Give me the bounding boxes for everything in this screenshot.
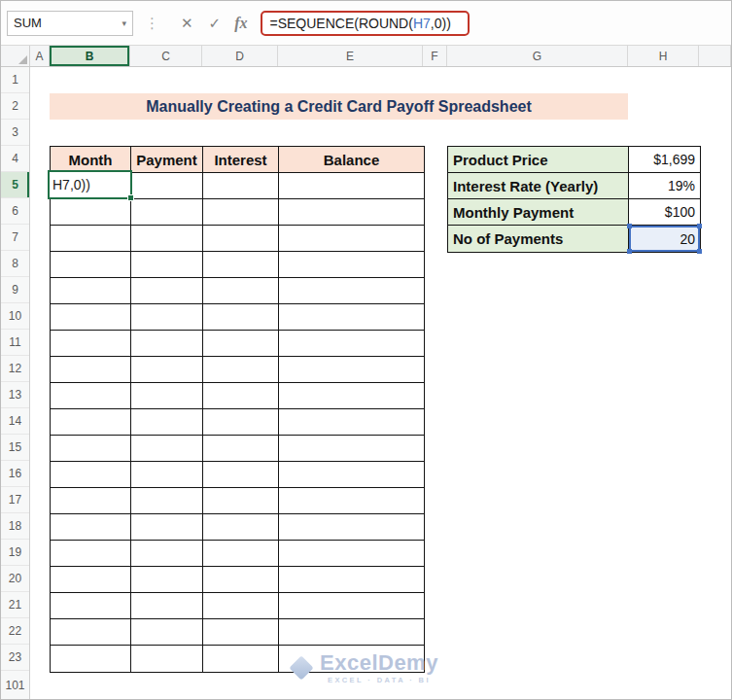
payoff-empty-cell[interactable] [51,646,131,672]
payoff-empty-cell[interactable] [203,488,279,514]
column-header-a[interactable]: A [30,46,50,66]
label-interest-rate[interactable]: Interest Rate (Yearly) [448,173,629,199]
payoff-empty-cell[interactable] [279,383,424,409]
row-header-9[interactable]: 9 [1,277,29,303]
payoff-empty-cell[interactable] [203,619,279,646]
payoff-empty-cell[interactable] [203,304,279,331]
payoff-empty-cell[interactable] [51,567,131,593]
payoff-empty-cell[interactable] [131,199,203,226]
payoff-empty-cell[interactable] [51,304,131,331]
payoff-empty-cell[interactable] [51,409,131,436]
row-header-13[interactable]: 13 [1,382,29,408]
payoff-empty-cell[interactable] [203,331,279,357]
payoff-empty-cell[interactable] [203,357,279,383]
worksheet-title-cell[interactable]: Manually Creating a Credit Card Payoff S… [50,93,628,120]
payoff-empty-cell[interactable] [51,278,131,304]
formula-input[interactable]: =SEQUENCE(ROUND(H7,0)) [261,9,731,38]
payoff-empty-cell[interactable] [203,278,279,304]
select-all-corner[interactable] [1,46,30,66]
payoff-empty-cell[interactable] [131,278,203,304]
payoff-empty-cell[interactable] [131,619,203,646]
payoff-empty-cell[interactable] [203,252,279,278]
payoff-header-balance[interactable]: Balance [279,147,424,173]
payoff-empty-cell[interactable] [279,278,424,304]
column-header-g[interactable]: G [447,46,628,66]
payoff-empty-cell[interactable] [131,357,203,383]
row-header-101[interactable]: 101 [1,671,29,700]
label-product-price[interactable]: Product Price [448,147,629,173]
payoff-empty-cell[interactable] [279,331,424,357]
payoff-empty-cell[interactable] [51,357,131,383]
payoff-empty-cell[interactable] [203,199,279,226]
payoff-empty-cell[interactable] [131,436,203,462]
column-header-d[interactable]: D [202,46,278,66]
payoff-empty-cell[interactable] [279,514,424,541]
fill-handle[interactable] [127,194,134,201]
payoff-empty-cell[interactable] [279,567,424,593]
payoff-empty-cell[interactable] [279,357,424,383]
enter-icon[interactable]: ✓ [209,15,222,32]
row-header-22[interactable]: 22 [1,618,29,645]
label-monthly-payment[interactable]: Monthly Payment [448,199,629,226]
row-header-23[interactable]: 23 [1,645,29,671]
payoff-empty-cell[interactable] [279,462,424,488]
row-header-10[interactable]: 10 [1,303,29,330]
payoff-empty-cell[interactable] [131,252,203,278]
column-header-e[interactable]: E [278,46,423,66]
payoff-empty-cell[interactable] [203,436,279,462]
value-monthly-payment[interactable]: $100 [629,199,700,226]
column-header-c[interactable]: C [130,46,202,66]
payoff-empty-cell[interactable] [279,304,424,331]
payoff-empty-cell[interactable] [131,488,203,514]
column-header-h[interactable]: H [628,46,699,66]
payoff-empty-cell[interactable] [51,514,131,541]
active-cell-b5[interactable]: H7,0)) [48,170,132,199]
payoff-empty-cell[interactable] [203,567,279,593]
insert-function-icon[interactable]: fx [234,15,247,32]
payoff-empty-cell[interactable] [131,383,203,409]
row-header-1[interactable]: 1 [1,67,29,93]
payoff-empty-cell[interactable] [131,304,203,331]
chevron-down-icon[interactable]: ▾ [122,18,126,28]
payoff-empty-cell[interactable] [203,646,279,672]
row-header-5[interactable]: 5 [1,172,29,198]
payoff-empty-cell[interactable] [51,199,131,226]
row-header-2[interactable]: 2 [1,93,29,120]
payoff-empty-cell[interactable] [131,567,203,593]
payoff-empty-cell[interactable] [203,514,279,541]
row-header-8[interactable]: 8 [1,251,29,277]
payoff-empty-cell[interactable] [51,383,131,409]
payoff-empty-cell[interactable] [279,199,424,226]
row-header-7[interactable]: 7 [1,225,29,251]
row-header-11[interactable]: 11 [1,330,29,356]
payoff-empty-cell[interactable] [279,252,424,278]
payoff-empty-cell[interactable] [203,226,279,252]
payoff-empty-cell[interactable] [51,619,131,646]
payoff-empty-cell[interactable] [51,226,131,252]
payoff-empty-cell[interactable] [51,593,131,619]
payoff-empty-cell[interactable] [131,514,203,541]
payoff-header-month[interactable]: Month [51,147,131,173]
payoff-empty-cell[interactable] [51,462,131,488]
row-header-16[interactable]: 16 [1,461,29,487]
payoff-empty-cell[interactable] [279,226,424,252]
payoff-empty-cell[interactable] [203,173,279,199]
row-header-21[interactable]: 21 [1,592,29,618]
row-header-14[interactable]: 14 [1,408,29,435]
payoff-empty-cell[interactable] [279,541,424,567]
row-header-12[interactable]: 12 [1,356,29,382]
label-no-of-payments[interactable]: No of Payments [448,226,629,252]
payoff-empty-cell[interactable] [203,462,279,488]
payoff-empty-cell[interactable] [51,252,131,278]
payoff-empty-cell[interactable] [131,331,203,357]
payoff-empty-cell[interactable] [203,383,279,409]
row-header-18[interactable]: 18 [1,513,29,540]
payoff-empty-cell[interactable] [131,593,203,619]
row-header-20[interactable]: 20 [1,566,29,592]
payoff-empty-cell[interactable] [203,593,279,619]
payoff-empty-cell[interactable] [131,646,203,672]
payoff-empty-cell[interactable] [131,226,203,252]
column-header-b[interactable]: B [50,46,130,66]
row-header-15[interactable]: 15 [1,435,29,461]
cancel-icon[interactable]: ✕ [181,15,193,32]
